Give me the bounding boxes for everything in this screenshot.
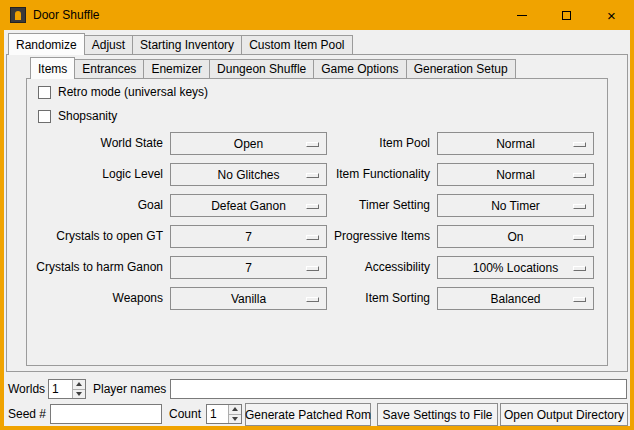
spin-up-icon[interactable] (73, 380, 85, 390)
item-pool-label: Item Pool (318, 132, 430, 155)
tab-label: Items (38, 62, 67, 76)
open-output-directory-button[interactable]: Open Output Directory (500, 403, 628, 426)
shopsanity-checkbox[interactable] (38, 110, 51, 123)
progressive-items-dropdown[interactable]: On (437, 225, 594, 248)
tab-adjust[interactable]: Adjust (84, 35, 133, 54)
item-functionality-value: Normal (496, 168, 535, 182)
tab-label: Generation Setup (414, 62, 508, 76)
dropdown-indicator-icon (573, 173, 586, 178)
maximize-icon (562, 11, 571, 20)
crystals-gt-value: 7 (245, 230, 252, 244)
progressive-items-value: On (507, 230, 523, 244)
tab-label: Adjust (92, 38, 125, 52)
item-pool-value: Normal (496, 137, 535, 151)
crystals-ganon-value: 7 (245, 261, 252, 275)
dropdown-indicator-icon (573, 204, 586, 209)
goal-dropdown[interactable]: Defeat Ganon (170, 194, 327, 217)
item-functionality-dropdown[interactable]: Normal (437, 163, 594, 186)
window: Door Shuffle × Randomize Adjust Starting… (0, 0, 634, 430)
spin-down-icon[interactable] (229, 415, 241, 424)
tab-label: Game Options (321, 62, 398, 76)
tab-randomize[interactable]: Randomize (8, 33, 85, 55)
worlds-spinner[interactable]: 1 (48, 379, 86, 399)
option-row: Goal Defeat Ganon Timer Setting No Timer (0, 194, 634, 217)
dropdown-indicator-icon (573, 142, 586, 147)
crystals-ganon-label: Crystals to harm Ganon (30, 256, 163, 279)
logic-level-dropdown[interactable]: No Glitches (170, 163, 327, 186)
tab-items[interactable]: Items (30, 57, 75, 79)
maximize-button[interactable] (544, 0, 589, 30)
player-names-label: Player names (93, 379, 166, 399)
tab-game-options[interactable]: Game Options (313, 59, 406, 78)
timer-setting-label: Timer Setting (318, 194, 430, 217)
minimize-button[interactable] (499, 0, 544, 30)
weapons-dropdown[interactable]: Vanilla (170, 287, 327, 310)
logic-level-label: Logic Level (30, 163, 163, 186)
item-sorting-label: Item Sorting (318, 287, 430, 310)
dropdown-indicator-icon (573, 297, 586, 302)
tab-dungeon-shuffle[interactable]: Dungeon Shuffle (209, 59, 314, 78)
world-state-value: Open (234, 137, 263, 151)
timer-setting-value: No Timer (491, 199, 540, 213)
titlebar: Door Shuffle × (0, 0, 634, 30)
crystals-ganon-dropdown[interactable]: 7 (170, 256, 327, 279)
option-row: Crystals to harm Ganon 7 Accessibility 1… (0, 256, 634, 279)
sub-tab-bar: Items Entrances Enemizer Dungeon Shuffle… (30, 57, 515, 78)
spin-down-icon[interactable] (73, 390, 85, 399)
count-label: Count (169, 404, 201, 424)
shopsanity-label: Shopsanity (58, 109, 117, 123)
player-names-input[interactable] (170, 379, 627, 399)
accessibility-dropdown[interactable]: 100% Locations (437, 256, 594, 279)
dropdown-indicator-icon (573, 235, 586, 240)
item-sorting-value: Balanced (490, 292, 540, 306)
count-spinner-arrows (228, 405, 241, 423)
crystals-gt-dropdown[interactable]: 7 (170, 225, 327, 248)
progressive-items-label: Progressive Items (318, 225, 430, 248)
accessibility-value: 100% Locations (473, 261, 558, 275)
retro-mode-checkbox[interactable] (38, 86, 51, 99)
tab-label: Custom Item Pool (249, 38, 344, 52)
option-row: World State Open Item Pool Normal (0, 132, 634, 155)
weapons-value: Vanilla (231, 292, 266, 306)
tab-generation-setup[interactable]: Generation Setup (406, 59, 516, 78)
tab-starting-inventory[interactable]: Starting Inventory (132, 35, 242, 54)
goal-value: Defeat Ganon (211, 199, 286, 213)
app-icon (10, 7, 26, 23)
tab-label: Randomize (16, 38, 77, 52)
count-value: 1 (207, 405, 228, 423)
door-glyph (15, 11, 21, 20)
goal-label: Goal (30, 194, 163, 217)
tab-enemizer[interactable]: Enemizer (143, 59, 210, 78)
close-button[interactable]: × (589, 0, 634, 30)
tab-label: Starting Inventory (140, 38, 234, 52)
logic-level-value: No Glitches (217, 168, 279, 182)
seed-input[interactable] (50, 404, 162, 424)
option-row: Crystals to open GT 7 Progressive Items … (0, 225, 634, 248)
main-tab-bar: Randomize Adjust Starting Inventory Cust… (8, 33, 352, 54)
retro-mode-label: Retro mode (universal keys) (58, 85, 208, 99)
worlds-spinner-arrows (72, 380, 85, 398)
window-title: Door Shuffle (33, 0, 100, 30)
generate-patched-rom-button[interactable]: Generate Patched Rom (245, 403, 371, 426)
item-functionality-label: Item Functionality (318, 163, 430, 186)
dropdown-indicator-icon (573, 266, 586, 271)
option-row: Weapons Vanilla Item Sorting Balanced (0, 287, 634, 310)
shopsanity-row: Shopsanity (38, 108, 117, 124)
item-pool-dropdown[interactable]: Normal (437, 132, 594, 155)
seed-label: Seed # (8, 404, 46, 424)
item-sorting-dropdown[interactable]: Balanced (437, 287, 594, 310)
timer-setting-dropdown[interactable]: No Timer (437, 194, 594, 217)
save-settings-button[interactable]: Save Settings to File (377, 403, 498, 426)
weapons-label: Weapons (30, 287, 163, 310)
option-row: Logic Level No Glitches Item Functionali… (0, 163, 634, 186)
world-state-dropdown[interactable]: Open (170, 132, 327, 155)
tab-label: Entrances (82, 62, 136, 76)
tab-custom-item-pool[interactable]: Custom Item Pool (241, 35, 352, 54)
crystals-gt-label: Crystals to open GT (30, 225, 163, 248)
tab-entrances[interactable]: Entrances (74, 59, 144, 78)
spin-up-icon[interactable] (229, 405, 241, 415)
count-spinner[interactable]: 1 (206, 404, 242, 424)
accessibility-label: Accessibility (318, 256, 430, 279)
tab-label: Dungeon Shuffle (217, 62, 306, 76)
worlds-label: Worlds (8, 379, 45, 399)
